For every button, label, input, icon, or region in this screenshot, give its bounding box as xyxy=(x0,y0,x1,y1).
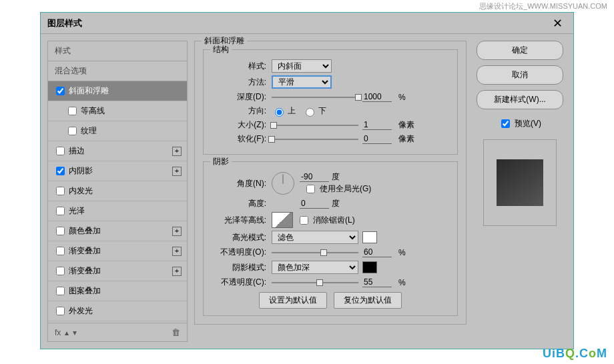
style-item-内阴影[interactable]: 内阴影+ xyxy=(48,161,187,181)
trash-icon[interactable]: 🗑 xyxy=(172,327,180,337)
fx-icon[interactable]: fx xyxy=(55,328,61,337)
angle-unit: 度 xyxy=(332,171,340,183)
shadow-mode-select[interactable]: 颜色加深 xyxy=(272,261,358,274)
highlight-mode-label: 高光模式: xyxy=(212,232,272,243)
preview-checkbox[interactable]: 预览(V) xyxy=(499,117,541,130)
style-label: 描边 xyxy=(69,145,85,157)
style-label: 等高线 xyxy=(81,105,105,117)
antialias-checkbox[interactable]: 消除锯齿(L) xyxy=(297,214,355,227)
style-label: 纹理 xyxy=(81,125,97,137)
style-item-图案叠加[interactable]: 图案叠加 xyxy=(48,281,187,301)
depth-input[interactable] xyxy=(362,92,392,102)
style-checkbox[interactable] xyxy=(68,107,77,115)
highlight-opacity-input[interactable] xyxy=(362,247,392,257)
direction-up-radio[interactable]: 上 xyxy=(272,105,296,117)
style-checkbox[interactable] xyxy=(56,207,65,215)
style-checkbox[interactable] xyxy=(56,287,65,295)
gloss-contour-picker[interactable] xyxy=(272,212,293,228)
style-checkbox[interactable] xyxy=(56,267,65,275)
shadow-mode-label: 阴影模式: xyxy=(212,262,272,273)
arrow-down-icon[interactable]: ▾ xyxy=(73,328,77,337)
style-item-描边[interactable]: 描边+ xyxy=(48,141,187,161)
style-item-渐变叠加[interactable]: 渐变叠加+ xyxy=(48,241,187,261)
plus-icon[interactable]: + xyxy=(172,227,182,236)
highlight-mode-select[interactable]: 滤色 xyxy=(272,231,358,244)
size-label: 大小(Z): xyxy=(212,119,272,131)
gloss-contour-label: 光泽等高线: xyxy=(212,215,272,226)
style-checkbox[interactable] xyxy=(56,227,65,235)
plus-icon[interactable]: + xyxy=(172,167,182,176)
cancel-button[interactable]: 取消 xyxy=(477,65,563,85)
style-item-斜面和浮雕[interactable]: 斜面和浮雕 xyxy=(48,81,187,101)
shadow-opacity-input[interactable] xyxy=(362,277,392,287)
angle-dial[interactable] xyxy=(272,172,294,195)
style-checkbox[interactable] xyxy=(68,127,77,135)
reset-default-button[interactable]: 复位为默认值 xyxy=(334,292,402,309)
angle-label: 角度(N): xyxy=(212,178,272,189)
style-checkbox[interactable] xyxy=(56,307,65,315)
shadow-opacity-label: 不透明度(C): xyxy=(212,277,272,288)
style-checkbox[interactable] xyxy=(56,187,65,195)
watermark-top: 思缘设计论坛_WWW.MISSYUAN.COM xyxy=(479,1,607,11)
layer-style-dialog: 图层样式 ✕ 样式 混合选项 斜面和浮雕等高线纹理描边+内阴影+内发光光泽颜色叠… xyxy=(40,12,574,349)
size-slider[interactable] xyxy=(272,125,358,126)
plus-icon[interactable]: + xyxy=(172,267,182,276)
depth-slider[interactable] xyxy=(272,97,358,98)
style-label: 内发光 xyxy=(69,185,93,197)
style-label: 渐变叠加 xyxy=(69,265,101,277)
preview-box xyxy=(483,139,557,226)
titlebar: 图层样式 ✕ xyxy=(41,13,573,34)
style-checkbox[interactable] xyxy=(56,167,65,175)
shading-group: 阴影 角度(N): 度 使用全局光(G) 高度: xyxy=(203,161,458,316)
global-light-checkbox[interactable]: 使用全局光(G) xyxy=(304,183,371,195)
style-checkbox[interactable] xyxy=(56,87,65,95)
size-input[interactable] xyxy=(362,120,392,130)
structure-group: 结构 样式: 内斜面 方法: 平滑 深度(D): % xyxy=(203,49,458,155)
style-label: 样式: xyxy=(212,61,272,72)
direction-down-radio[interactable]: 下 xyxy=(302,105,326,117)
altitude-input[interactable] xyxy=(300,199,329,209)
style-label: 颜色叠加 xyxy=(69,225,101,237)
style-item-光泽[interactable]: 光泽 xyxy=(48,201,187,221)
make-default-button[interactable]: 设置为默认值 xyxy=(259,292,327,309)
angle-input[interactable] xyxy=(300,172,329,182)
method-label: 方法: xyxy=(212,77,272,88)
style-item-外发光[interactable]: 外发光 xyxy=(48,301,187,321)
new-style-button[interactable]: 新建样式(W)... xyxy=(477,90,563,109)
style-list-panel: 样式 混合选项 斜面和浮雕等高线纹理描边+内阴影+内发光光泽颜色叠加+渐变叠加+… xyxy=(47,41,188,342)
style-label: 光泽 xyxy=(69,205,85,217)
style-item-纹理[interactable]: 纹理 xyxy=(48,121,187,141)
structure-title: 结构 xyxy=(210,44,232,55)
close-icon[interactable]: ✕ xyxy=(549,16,567,31)
style-select[interactable]: 内斜面 xyxy=(272,59,332,73)
plus-icon[interactable]: + xyxy=(172,247,182,256)
style-label: 图案叠加 xyxy=(69,285,101,297)
watermark-bottom: UiBQ.CoM xyxy=(543,347,607,361)
highlight-opacity-label: 不透明度(O): xyxy=(212,247,272,258)
plus-icon[interactable]: + xyxy=(172,147,182,156)
direction-label: 方向: xyxy=(212,105,272,117)
soften-unit: 像素 xyxy=(398,133,414,145)
dialog-title: 图层样式 xyxy=(47,17,82,29)
soften-input[interactable] xyxy=(362,134,392,144)
altitude-unit: 度 xyxy=(332,198,340,209)
highlight-color-picker[interactable] xyxy=(362,231,377,243)
soften-slider[interactable] xyxy=(272,139,358,140)
style-item-颜色叠加[interactable]: 颜色叠加+ xyxy=(48,221,187,241)
style-checkbox[interactable] xyxy=(56,147,65,155)
style-item-内发光[interactable]: 内发光 xyxy=(48,181,187,201)
highlight-opacity-slider[interactable] xyxy=(272,252,358,253)
style-label: 内阴影 xyxy=(69,165,93,177)
method-select[interactable]: 平滑 xyxy=(272,75,332,89)
shadow-color-picker[interactable] xyxy=(362,261,377,273)
style-item-渐变叠加[interactable]: 渐变叠加+ xyxy=(48,261,187,281)
blending-options[interactable]: 混合选项 xyxy=(48,61,187,81)
shadow-opacity-slider[interactable] xyxy=(272,282,358,283)
styles-header[interactable]: 样式 xyxy=(48,41,187,61)
arrow-up-icon[interactable]: ▴ xyxy=(65,328,69,337)
bevel-emboss-section: 斜面和浮雕 结构 样式: 内斜面 方法: 平滑 深度(D): xyxy=(194,41,467,325)
style-checkbox[interactable] xyxy=(56,247,65,255)
ok-button[interactable]: 确定 xyxy=(477,41,563,60)
depth-unit: % xyxy=(398,93,406,102)
style-item-等高线[interactable]: 等高线 xyxy=(48,101,187,121)
